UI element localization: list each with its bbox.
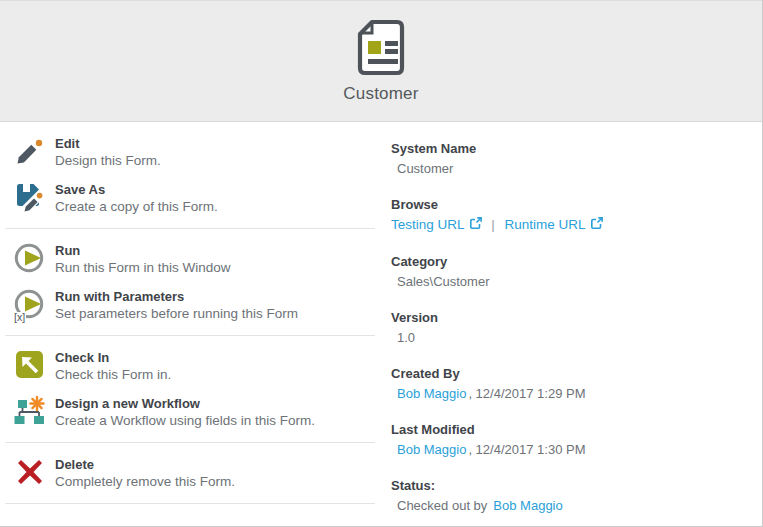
field-label: Category: [391, 253, 752, 270]
action-description: Set parameters before running this Form: [55, 305, 298, 322]
checked-out-user-link[interactable]: Bob Maggio: [493, 498, 562, 513]
field-label: Last Modified: [391, 421, 752, 438]
field-label: Status:: [391, 477, 752, 494]
action-description: Check this Form in.: [55, 366, 171, 383]
action-title: Delete: [55, 456, 235, 473]
parameters-badge: [x]: [13, 312, 26, 323]
action-group-manage: Check In Check this Form in.: [14, 336, 381, 442]
action-edit[interactable]: Edit Design this Form.: [14, 135, 381, 169]
save-as-icon: [14, 181, 46, 213]
check-in-icon: [14, 349, 46, 381]
field-category: Category Sales\Customer: [391, 253, 752, 290]
action-run[interactable]: Run Run this Form in this Window: [14, 242, 381, 276]
action-description: Run this Form in this Window: [55, 259, 231, 276]
modified-by-user-link[interactable]: Bob Maggio: [397, 442, 466, 457]
created-timestamp: , 12/4/2017 1:29 PM: [468, 386, 585, 401]
action-description: Completely remove this Form.: [55, 473, 235, 490]
section-divider: [5, 503, 375, 504]
main-content: Edit Design this Form.: [0, 122, 762, 526]
version-value: 1.0: [391, 329, 752, 346]
action-save-as[interactable]: Save As Create a copy of this Form.: [14, 181, 381, 215]
action-title: Edit: [55, 135, 161, 152]
page-title: Customer: [343, 84, 418, 104]
action-design-workflow[interactable]: Design a new Workflow Create a Workflow …: [14, 395, 381, 429]
action-run-with-parameters[interactable]: [x] Run with Parameters Set parameters b…: [14, 288, 381, 322]
field-label: Browse: [391, 196, 752, 213]
action-group-delete: Delete Completely remove this Form.: [14, 443, 381, 503]
details-panel: System Name Customer Browse Testing URL …: [381, 122, 762, 526]
action-title: Save As: [55, 181, 218, 198]
runtime-url-link[interactable]: Runtime URL: [505, 217, 603, 232]
run-icon: [14, 242, 46, 274]
testing-url-link[interactable]: Testing URL: [391, 217, 482, 232]
created-by-user-link[interactable]: Bob Maggio: [397, 386, 466, 401]
external-link-icon: [469, 218, 482, 233]
action-delete[interactable]: Delete Completely remove this Form.: [14, 456, 381, 490]
form-header: Customer: [0, 0, 762, 122]
delete-x-icon: [14, 456, 46, 488]
action-title: Run with Parameters: [55, 288, 298, 305]
action-group-edit: Edit Design this Form.: [14, 122, 381, 228]
action-description: Design this Form.: [55, 152, 161, 169]
field-label: System Name: [391, 140, 752, 157]
field-label: Version: [391, 309, 752, 326]
field-last-modified: Last Modified Bob Maggio, 12/4/2017 1:30…: [391, 421, 752, 458]
action-description: Create a copy of this Form.: [55, 198, 218, 215]
modified-timestamp: , 12/4/2017 1:30 PM: [468, 442, 585, 457]
action-check-in[interactable]: Check In Check this Form in.: [14, 349, 381, 383]
edit-pencil-icon: [14, 135, 46, 167]
workflow-icon: [14, 395, 46, 427]
action-title: Check In: [55, 349, 171, 366]
field-browse: Browse Testing URL | Runtime URL: [391, 196, 752, 234]
action-description: Create a Workflow using fields in this F…: [55, 412, 315, 429]
form-document-icon: [356, 19, 406, 77]
category-value: Sales\Customer: [391, 273, 752, 290]
action-title: Run: [55, 242, 231, 259]
action-group-run: Run Run this Form in this Window [x] Run…: [14, 229, 381, 335]
field-label: Created By: [391, 365, 752, 382]
status-text: Checked out by: [397, 498, 487, 513]
run-with-parameters-icon: [x]: [14, 288, 46, 320]
field-system-name: System Name Customer: [391, 140, 752, 177]
external-link-icon: [590, 218, 603, 233]
field-status: Status: Checked out byBob Maggio: [391, 477, 752, 514]
actions-panel: Edit Design this Form.: [0, 122, 381, 526]
link-separator: |: [491, 217, 495, 232]
form-details-page: Customer Edit Design this Form.: [0, 0, 763, 527]
field-created-by: Created By Bob Maggio, 12/4/2017 1:29 PM: [391, 365, 752, 402]
system-name-value: Customer: [391, 160, 752, 177]
action-title: Design a new Workflow: [55, 395, 315, 412]
field-version: Version 1.0: [391, 309, 752, 346]
